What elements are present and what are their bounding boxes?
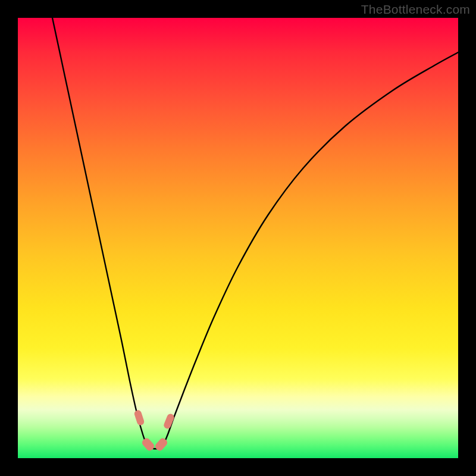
curve-layer — [18, 18, 458, 458]
watermark-text: TheBottleneck.com — [361, 2, 470, 17]
plot-area — [18, 18, 458, 458]
bottleneck-curve — [52, 18, 458, 449]
